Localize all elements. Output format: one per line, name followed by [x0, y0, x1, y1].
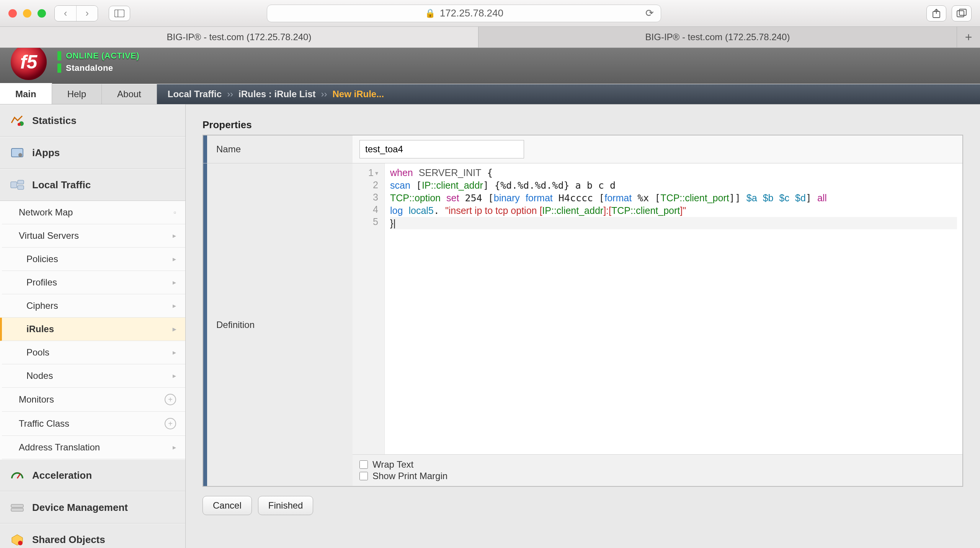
nav-item-network-map[interactable]: Network Map▫	[2, 201, 185, 224]
editor-options: Wrap Text Show Print Margin	[353, 454, 962, 486]
nav-item-nodes[interactable]: Nodes▸	[2, 364, 185, 388]
code-editor-body[interactable]: 1▾ 2 3 4 5 when SERVER_INIT { scan [IP::…	[353, 163, 962, 454]
svg-point-6	[18, 123, 21, 126]
property-name-value-cell	[353, 135, 962, 163]
browser-tab-label: BIG-IP® - test.com (172.25.78.240)	[167, 32, 312, 42]
nav-item-label: Pools	[26, 347, 49, 358]
reload-icon[interactable]: ⟳	[645, 7, 654, 19]
browser-url-bar[interactable]: 🔒 172.25.78.240 ⟳	[267, 5, 661, 22]
iapps-icon	[9, 145, 25, 160]
chevron-right-icon: ▸	[173, 325, 176, 333]
chevron-right-icon: ▸	[173, 443, 176, 452]
nav-label: Statistics	[32, 115, 77, 127]
chevron-right-icon: ▸	[173, 232, 176, 240]
shared-objects-icon	[9, 532, 25, 547]
svg-rect-11	[18, 186, 24, 189]
status-indicator-icon	[57, 51, 61, 60]
add-icon[interactable]: +	[165, 394, 176, 405]
irule-name-input[interactable]	[359, 140, 524, 158]
show-print-margin-option[interactable]: Show Print Margin	[359, 471, 956, 481]
option-label: Wrap Text	[372, 459, 413, 470]
nav-item-ciphers[interactable]: Ciphers▸	[2, 294, 185, 318]
bigip-mode-text: Standalone	[66, 63, 113, 73]
svg-rect-3	[957, 11, 964, 17]
popout-icon: ▫	[174, 209, 176, 217]
nav-item-label: Nodes	[26, 370, 53, 381]
svg-rect-9	[11, 182, 17, 188]
nav-item-monitors[interactable]: Monitors+	[2, 388, 185, 412]
nav-item-label: Traffic Class	[19, 418, 69, 429]
code-text[interactable]: when SERVER_INIT { scan [IP::client_addr…	[385, 163, 962, 454]
show-print-margin-checkbox[interactable]	[359, 472, 368, 480]
code-gutter: 1▾ 2 3 4 5	[353, 163, 385, 454]
nav-section-acceleration[interactable]: Acceleration	[0, 459, 185, 491]
tab-label: About	[117, 89, 141, 99]
browser-tabstrip: BIG-IP® - test.com (172.25.78.240) BIG-I…	[0, 27, 980, 48]
line-number: 1	[368, 167, 374, 178]
window-traffic-lights	[8, 9, 46, 18]
finished-button[interactable]: Finished	[258, 496, 314, 515]
browser-forward-button[interactable]: ›	[76, 6, 98, 21]
browser-nav-buttons: ‹ ›	[54, 5, 98, 21]
chevron-right-icon: ▸	[173, 348, 176, 357]
property-row-name: Name	[203, 135, 962, 163]
window-close-icon[interactable]	[8, 9, 17, 18]
fold-icon[interactable]: ▾	[375, 167, 378, 179]
svg-line-12	[17, 474, 20, 478]
nav-item-label: Virtual Servers	[19, 230, 79, 241]
property-name-label: Name	[203, 135, 353, 163]
wrap-text-option[interactable]: Wrap Text	[359, 459, 956, 470]
tab-help[interactable]: Help	[52, 84, 102, 104]
nav-local-traffic-sub: Network Map▫ Virtual Servers▸ Policies▸ …	[0, 201, 185, 459]
nav-item-address-translation[interactable]: Address Translation▸	[2, 436, 185, 459]
window-zoom-icon[interactable]	[38, 9, 46, 18]
nav-section-device-management[interactable]: Device Management	[0, 491, 185, 524]
nav-label: Acceleration	[32, 470, 92, 481]
nav-section-local-traffic[interactable]: Local Traffic	[0, 169, 185, 201]
nav-item-pools[interactable]: Pools▸	[2, 341, 185, 364]
tab-about[interactable]: About	[102, 84, 157, 104]
nav-item-label: Monitors	[19, 394, 54, 405]
nav-item-irules[interactable]: iRules▸	[0, 318, 185, 341]
breadcrumb-part[interactable]: iRules : iRule List	[238, 89, 315, 99]
add-icon[interactable]: +	[165, 418, 176, 429]
acceleration-icon	[9, 468, 25, 483]
nav-item-policies[interactable]: Policies▸	[2, 248, 185, 271]
chevron-right-icon: ▸	[173, 302, 176, 310]
tab-label: Main	[15, 89, 36, 99]
nav-section-iapps[interactable]: iApps	[0, 137, 185, 169]
nav-item-traffic-class[interactable]: Traffic Class+	[2, 412, 185, 436]
bigip-header: f5 ONLINE (ACTIVE) Standalone	[0, 48, 980, 84]
tabs-overview-button[interactable]	[952, 5, 972, 21]
nav-item-profiles[interactable]: Profiles▸	[2, 271, 185, 294]
browser-new-tab-button[interactable]: +	[957, 27, 980, 47]
nav-label: Device Management	[32, 502, 128, 514]
cancel-button[interactable]: Cancel	[203, 496, 252, 515]
window-minimize-icon[interactable]	[23, 9, 31, 18]
svg-point-8	[18, 153, 22, 157]
nav-section-statistics[interactable]: Statistics	[0, 104, 185, 137]
browser-right-tools	[926, 5, 972, 21]
main-panel: Properties Name Definition 1▾ 2	[186, 104, 980, 548]
svg-rect-10	[18, 180, 24, 184]
nav-item-virtual-servers[interactable]: Virtual Servers▸	[2, 224, 185, 248]
nav-item-label: iRules	[26, 324, 54, 334]
line-number: 4	[356, 203, 378, 215]
chevron-right-icon: ››	[321, 89, 327, 99]
browser-back-button[interactable]: ‹	[55, 6, 76, 21]
property-definition-label: Definition	[203, 163, 353, 486]
properties-title: Properties	[203, 119, 963, 131]
nav-label: Local Traffic	[32, 179, 91, 191]
nav-section-shared-objects[interactable]: Shared Objects	[0, 524, 185, 548]
share-button[interactable]	[926, 5, 946, 21]
nav-item-label: Policies	[26, 254, 58, 264]
bigip-status-text: ONLINE (ACTIVE)	[66, 51, 139, 61]
browser-sidebar-toggle[interactable]	[109, 6, 130, 21]
browser-tab-1[interactable]: BIG-IP® - test.com (172.25.78.240)	[479, 27, 957, 47]
breadcrumb-part[interactable]: Local Traffic	[168, 89, 222, 99]
property-row-definition: Definition 1▾ 2 3 4 5 when SERVER_INIT {…	[203, 163, 962, 486]
tab-main[interactable]: Main	[0, 83, 52, 104]
browser-tab-0[interactable]: BIG-IP® - test.com (172.25.78.240)	[0, 27, 479, 47]
wrap-text-checkbox[interactable]	[359, 460, 368, 469]
code-editor[interactable]: 1▾ 2 3 4 5 when SERVER_INIT { scan [IP::…	[353, 163, 962, 486]
